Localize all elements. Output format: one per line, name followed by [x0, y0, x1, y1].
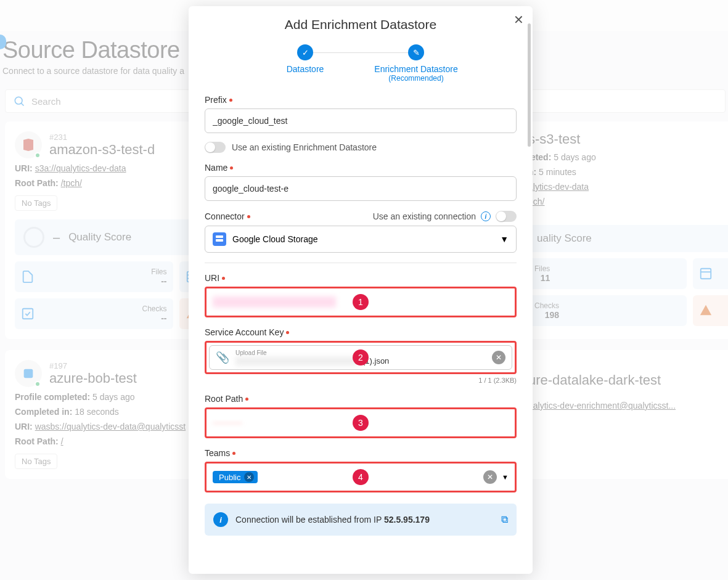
- redacted-filename: [235, 357, 359, 366]
- svg-rect-19: [216, 239, 223, 242]
- upload-meta: 1 / 1 (2.3KB): [205, 377, 517, 384]
- ip-address: 52.5.95.179: [384, 515, 430, 525]
- step-datastore[interactable]: ✓ Datastore: [250, 44, 361, 74]
- service-account-key-label: Service Account Key: [205, 327, 517, 337]
- scrollbar[interactable]: [528, 23, 531, 147]
- clear-file-button[interactable]: ✕: [492, 351, 505, 364]
- annotation-badge-4: 4: [353, 469, 369, 485]
- root-path-label: Root Path: [205, 394, 517, 404]
- annotation-badge-3: 3: [353, 415, 369, 431]
- teams-label: Teams: [205, 448, 517, 458]
- redacted-uri: [213, 296, 336, 308]
- check-icon: ✓: [297, 44, 313, 60]
- service-account-key-input[interactable]: 📎 Upload File (1).json ✕ 2: [205, 341, 517, 374]
- existing-connection-toggle[interactable]: [496, 211, 517, 222]
- connector-value: Google Cloud Storage: [232, 234, 318, 244]
- copy-icon[interactable]: ⧉: [501, 514, 508, 525]
- annotation-badge-2: 2: [353, 349, 369, 366]
- existing-enrichment-label: Use an existing Enrichment Datastore: [232, 142, 377, 152]
- stepper: ✓ Datastore ✎ Enrichment Datastore (Reco…: [205, 44, 517, 83]
- connection-info-banner: i Connection will be established from IP…: [205, 504, 517, 536]
- uri-input[interactable]: 1: [205, 287, 517, 317]
- teams-select[interactable]: Public✕ ✕ ▼ 4: [205, 462, 517, 492]
- step-enrichment[interactable]: ✎ Enrichment Datastore (Recommended): [361, 44, 472, 83]
- annotation-badge-1: 1: [353, 294, 369, 310]
- prefix-label: Prefix: [205, 95, 517, 105]
- chevron-down-icon: ▼: [500, 234, 509, 244]
- svg-rect-18: [216, 235, 223, 238]
- chevron-down-icon: ▼: [502, 473, 509, 481]
- pencil-icon: ✎: [408, 44, 424, 60]
- root-path-input[interactable]: ——— 3: [205, 407, 517, 438]
- prefix-input[interactable]: [205, 108, 517, 133]
- close-button[interactable]: ✕: [513, 12, 524, 27]
- uri-label: URI: [205, 273, 517, 283]
- name-input[interactable]: [205, 176, 517, 201]
- gcs-icon: [213, 232, 226, 246]
- paperclip-icon: 📎: [216, 351, 229, 364]
- redacted-root: ———: [213, 417, 242, 428]
- add-enrichment-modal: ✕ Add Enrichment Datastore ✓ Datastore ✎…: [189, 6, 533, 574]
- connector-label: Connector: [205, 211, 250, 221]
- modal-title: Add Enrichment Datastore: [205, 17, 517, 32]
- remove-chip-icon[interactable]: ✕: [244, 472, 254, 482]
- name-label: Name: [205, 163, 517, 173]
- existing-enrichment-toggle[interactable]: [205, 142, 226, 153]
- connector-select[interactable]: Google Cloud Storage ▼: [205, 226, 517, 253]
- clear-teams-button[interactable]: ✕: [483, 470, 497, 484]
- existing-conn-label: Use an existing connection: [373, 211, 476, 221]
- info-icon: i: [213, 512, 228, 527]
- info-icon[interactable]: i: [481, 211, 491, 221]
- team-chip[interactable]: Public✕: [213, 471, 258, 483]
